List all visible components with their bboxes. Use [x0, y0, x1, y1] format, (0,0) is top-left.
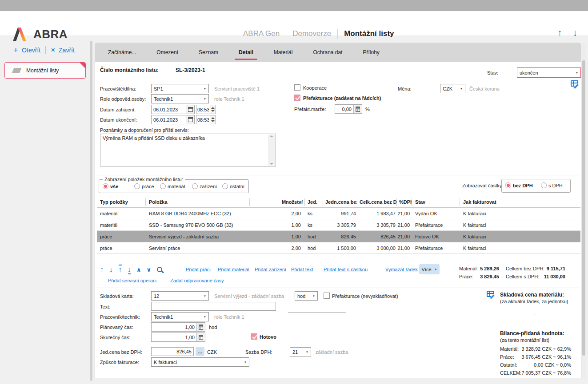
add-text-amount-link[interactable]: Přidat text s částkou: [324, 267, 368, 272]
scrollbar-thumb[interactable]: [582, 60, 585, 356]
calculator-icon[interactable]: [196, 323, 205, 331]
add-text-link[interactable]: Přidat text: [291, 267, 313, 272]
table-row-selected[interactable]: práceServisní výjezd - základní sazba1,0…: [97, 231, 580, 242]
col-header[interactable]: Jed.: [305, 198, 323, 206]
search-icon[interactable]: [156, 266, 164, 273]
zpusob-select[interactable]: K fakturaci: [151, 357, 249, 367]
col-header[interactable]: Množství: [250, 198, 305, 206]
ukonceni-date-field[interactable]: [151, 115, 195, 124]
time-spinner[interactable]: [210, 115, 216, 124]
zahajeni-date-field[interactable]: [151, 105, 195, 114]
filter-legend: Zobrazení položek montážního listu:: [103, 177, 185, 182]
skladova-hint: Servisní výjezd - základní sazba: [214, 293, 284, 299]
text-label: Text:: [100, 304, 110, 309]
radio-ostatni[interactable]: ostatní: [222, 183, 244, 189]
table-row[interactable]: práceServisní práce2,00hod1 500,003 000,…: [97, 242, 580, 254]
textarea-scrollbar[interactable]: [268, 135, 275, 166]
radio-label: bez DPH: [513, 183, 533, 188]
time-spinner[interactable]: [210, 105, 216, 114]
zahajeni-time-input[interactable]: [196, 105, 210, 114]
text-input[interactable]: [152, 302, 276, 310]
col-header[interactable]: Položka: [146, 198, 250, 206]
stav-select[interactable]: ukončen: [517, 67, 581, 78]
kooperace-checkbox[interactable]: [294, 84, 300, 91]
sazba-select[interactable]: 21: [290, 347, 311, 356]
role-select[interactable]: Technik1: [151, 94, 209, 103]
col-header[interactable]: Stav: [412, 198, 460, 206]
prefakturace-checkbox[interactable]: [294, 95, 300, 101]
add-service-operation-link[interactable]: Přidat servisní operaci: [108, 278, 156, 283]
scroll-up-icon[interactable]: [270, 135, 273, 137]
radio-zarizeni[interactable]: zařízení: [192, 183, 217, 189]
sazba-value: 21: [292, 349, 303, 355]
pracovnik-select[interactable]: Technik1: [151, 312, 209, 321]
calculator-icon[interactable]: [196, 333, 205, 341]
scroll-down-icon[interactable]: [270, 163, 273, 165]
mena-select[interactable]: CZK: [440, 84, 465, 93]
collapse-icon[interactable]: ∧: [136, 267, 141, 273]
col-header[interactable]: Jak fakturovat: [460, 198, 580, 206]
move-up-icon[interactable]: ↑: [100, 266, 104, 273]
radio-bez-dph[interactable]: bez DPH: [505, 182, 533, 188]
move-first-icon[interactable]: ↑: [118, 266, 122, 273]
expand-icon[interactable]: ∨: [147, 267, 152, 273]
marze-input[interactable]: [335, 105, 353, 113]
move-down-icon[interactable]: ↓: [109, 266, 113, 273]
plan-input[interactable]: [152, 323, 196, 331]
radio-icon[interactable]: [160, 183, 166, 189]
ukonceni-date-input[interactable]: [152, 115, 186, 124]
marze-field[interactable]: [335, 104, 362, 114]
delete-row-link[interactable]: Vymazat řádek: [385, 267, 418, 272]
calculator-icon[interactable]: [353, 105, 362, 113]
enter-worked-time-link[interactable]: Zadat odpracované časy: [170, 278, 224, 283]
col-header[interactable]: Celk.cena bez DPH: [357, 198, 397, 206]
radio-icon[interactable]: [134, 183, 140, 189]
calendar-icon[interactable]: [186, 115, 194, 124]
poznamky-textarea[interactable]: Výměna RAM a přidání SSD disku u zákazní…: [100, 134, 276, 166]
pracoviste-select[interactable]: SP1: [151, 84, 209, 93]
radio-icon[interactable]: [192, 183, 198, 189]
radio-prace[interactable]: práce: [134, 183, 154, 189]
cena-field[interactable]: [151, 347, 194, 356]
add-material-link[interactable]: Přidat materiál: [218, 267, 249, 272]
add-device-link[interactable]: Přidat zařízení: [255, 267, 286, 272]
hotovo-checkbox[interactable]: [251, 333, 257, 340]
radio-icon[interactable]: [103, 183, 108, 189]
ukonceni-time-input[interactable]: [196, 115, 210, 124]
plan-field[interactable]: [151, 322, 205, 332]
sazba-label: Sazba DPH:: [245, 349, 272, 355]
mena-label: Měna:: [398, 86, 412, 91]
text-field[interactable]: [151, 302, 276, 311]
calendar-icon[interactable]: [186, 105, 194, 114]
table-edit-icon[interactable]: [571, 80, 578, 87]
skladova-select[interactable]: 12: [151, 291, 209, 301]
ukonceni-label: Datum ukončení:: [100, 117, 137, 123]
radio-s-dph[interactable]: s DPH: [541, 182, 563, 188]
skutecny-input[interactable]: [152, 333, 196, 341]
col-header[interactable]: Typ položky: [97, 198, 146, 206]
radio-vse[interactable]: vše: [103, 183, 118, 189]
ellipsis-button[interactable]: ...: [196, 347, 204, 356]
more-button[interactable]: Více ▼: [419, 264, 440, 274]
radio-icon[interactable]: [222, 183, 228, 189]
prefakturace2-checkbox[interactable]: [324, 293, 330, 299]
col-header[interactable]: Jedn.cena bez ...: [323, 198, 357, 206]
zahajeni-time-field[interactable]: [196, 105, 216, 114]
table-row[interactable]: materiálRAM 8 GB DDR4 2400MHz ECC (32)2,…: [97, 208, 580, 219]
radio-material[interactable]: materiál: [160, 183, 185, 189]
main-scrollbar[interactable]: [582, 43, 586, 379]
table-row[interactable]: materiálSSD - Samsung 970 EVO 500 GB (33…: [97, 219, 580, 231]
unit-select[interactable]: hod: [295, 291, 318, 301]
pracoviste-label: Pracoviště/dílna:: [100, 86, 136, 91]
ukonceni-time-field[interactable]: [196, 115, 216, 124]
zahajeni-date-input[interactable]: [152, 105, 186, 114]
cena-input[interactable]: [152, 348, 193, 356]
add-work-link[interactable]: Přidat práci: [186, 267, 211, 272]
move-last-icon[interactable]: ↓: [128, 266, 132, 273]
skutecny-field[interactable]: [151, 333, 205, 342]
radio-icon[interactable]: [541, 182, 547, 188]
table-edit-icon[interactable]: [487, 291, 494, 297]
col-header[interactable]: %DPH: [397, 198, 412, 206]
radio-label: zařízení: [200, 184, 217, 189]
radio-icon[interactable]: [505, 182, 511, 188]
